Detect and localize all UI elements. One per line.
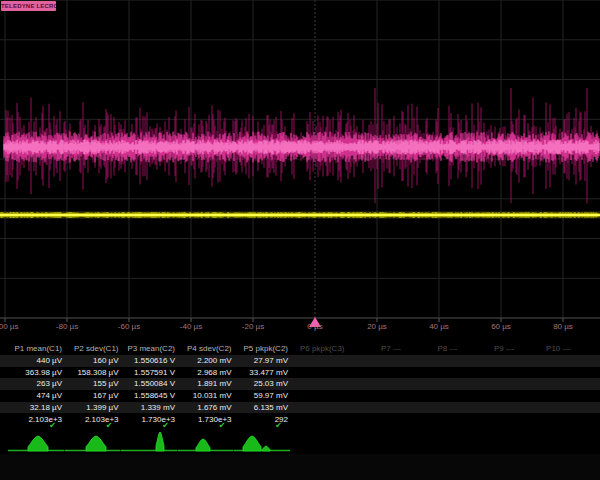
bottom-bar: C1 DC1M 10.0 mV C2 ESP DC1M 10.0 mV + HD…	[0, 454, 600, 480]
param-value: 33.477 mV	[249, 368, 288, 378]
param-value: 474 µV	[36, 391, 62, 401]
param-value: 1.558645 V	[134, 391, 175, 401]
param-value: 263 µV	[36, 379, 62, 389]
parameter-histicons	[8, 432, 290, 451]
time-axis-label: -40 µs	[180, 322, 202, 331]
param-value: 440 µV	[36, 356, 62, 366]
param-header-p5[interactable]: P5 pkpk(C2)	[244, 344, 288, 354]
table-row-stripe	[0, 355, 600, 367]
brand-badge: TELEDYNE LECROY	[1, 1, 56, 11]
param-header-dim[interactable]: P6 pkpk(C3)	[300, 344, 344, 354]
time-axis-label: -20 µs	[242, 322, 264, 331]
param-value: 10.031 mV	[193, 391, 232, 401]
param-value: 1.399 µV	[86, 403, 118, 413]
param-value: 25.03 mV	[254, 379, 288, 389]
param-header-dim[interactable]: P10 ---	[546, 344, 570, 354]
time-axis-label: -60 µs	[118, 322, 140, 331]
table-row-stripe	[0, 390, 600, 402]
time-axis-label: -100 µs	[0, 322, 18, 331]
param-value: 1.730e+3	[141, 415, 175, 425]
param-status-check: ✔	[219, 421, 226, 430]
c2-trace[interactable]	[4, 88, 599, 203]
param-value: 160 µV	[93, 356, 119, 366]
graticule	[0, 0, 600, 322]
c1-trace[interactable]	[0, 212, 600, 219]
time-axis-label: 0 µs	[307, 322, 322, 331]
oscilloscope-screen: -100 µs-80 µs-60 µs-40 µs-20 µs0 µs20 µs…	[0, 0, 600, 480]
param-status-check: ✔	[162, 421, 169, 430]
param-value: 27.97 mV	[254, 356, 288, 366]
time-axis-label: 40 µs	[429, 322, 449, 331]
param-value: 1.550084 V	[134, 379, 175, 389]
time-axis-label: 80 µs	[553, 322, 573, 331]
param-value: 155 µV	[93, 379, 119, 389]
param-header-p3[interactable]: P3 mean(C2)	[127, 344, 175, 354]
param-value: 1.557591 V	[134, 368, 175, 378]
param-value: 6.135 mV	[254, 403, 288, 413]
param-value: 2.103e+3	[85, 415, 119, 425]
param-value: 1.339 mV	[141, 403, 175, 413]
time-axis-label: -80 µs	[56, 322, 78, 331]
param-header-p4[interactable]: P4 sdev(C2)	[187, 344, 231, 354]
param-value: 363.98 µV	[25, 368, 62, 378]
param-value: 32.18 µV	[30, 403, 62, 413]
param-header-p1[interactable]: P1 mean(C1)	[14, 344, 62, 354]
param-value: 1.730e+3	[198, 415, 232, 425]
param-header-dim[interactable]: P7 ---	[381, 344, 401, 354]
param-value: 1.891 mV	[197, 379, 231, 389]
param-header-dim[interactable]: P9 ---	[494, 344, 514, 354]
param-value: 2.103e+3	[28, 415, 62, 425]
table-row-stripe	[0, 378, 600, 390]
time-axis-label: 60 µs	[491, 322, 511, 331]
param-value: 158.308 µV	[77, 368, 118, 378]
param-value: 167 µV	[93, 391, 119, 401]
param-value: 1.676 mV	[197, 403, 231, 413]
param-value: 1.550616 V	[134, 356, 175, 366]
param-value: 2.968 mV	[197, 368, 231, 378]
param-value: 2.200 mV	[197, 356, 231, 366]
param-header-dim[interactable]: P8 ---	[438, 344, 458, 354]
param-header-p2[interactable]: P2 sdev(C1)	[74, 344, 118, 354]
param-status-check: ✔	[106, 421, 113, 430]
param-status-check: ✔	[49, 421, 56, 430]
param-value: 59.97 mV	[254, 391, 288, 401]
time-axis-label: 20 µs	[367, 322, 387, 331]
param-status-check: ✔	[275, 421, 282, 430]
